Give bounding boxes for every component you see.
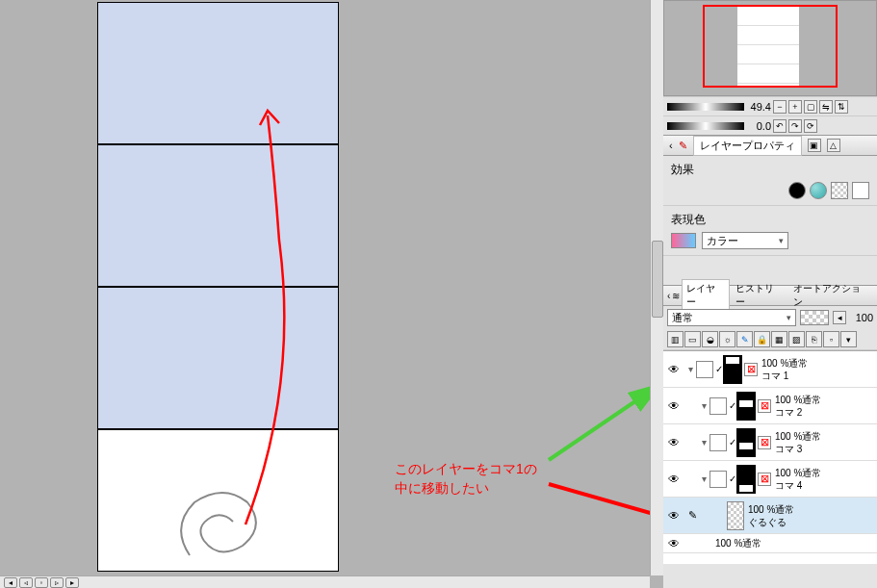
visibility-icon[interactable]: 👁 xyxy=(663,363,684,376)
mask-thumb xyxy=(736,465,756,494)
flip-v-icon[interactable]: ⇅ xyxy=(835,100,848,114)
history-tab[interactable]: ヒストリー xyxy=(732,280,787,311)
nav-center-icon[interactable]: ◦ xyxy=(35,577,48,588)
clip-disable-icon[interactable]: ⊠ xyxy=(758,473,771,486)
annotation-text: このレイヤーをコマ1の 中に移動したい xyxy=(395,460,537,498)
visibility-icon[interactable]: 👁 xyxy=(663,473,684,486)
layer-list[interactable]: 👁 ▾ ✓ ⊠ 100 %通常 コマ 1 👁 ▾ ✓ ⊠ 100 %通常 コマ … xyxy=(663,350,877,564)
effect-section: 効果 xyxy=(663,156,877,206)
zoom-slider[interactable] xyxy=(667,103,744,111)
frame-4[interactable] xyxy=(97,429,339,572)
trash-icon[interactable]: ▫ xyxy=(823,331,839,347)
clip-disable-icon[interactable]: ⊠ xyxy=(758,436,771,449)
lock-icon[interactable]: 🔒 xyxy=(754,331,770,347)
clip-icon[interactable]: ◒ xyxy=(702,331,718,347)
new-folder-icon[interactable]: ▭ xyxy=(684,331,701,347)
layer-property-icon-2[interactable]: △ xyxy=(827,139,840,152)
navigator-panel[interactable] xyxy=(663,0,877,96)
zoom-value: 49.4 xyxy=(746,101,771,113)
layer-row-koma2[interactable]: 👁 ▾ ✓ ⊠ 100 %通常 コマ 2 xyxy=(663,388,877,424)
visibility-icon[interactable]: 👁 xyxy=(663,509,684,523)
nav-prev-icon[interactable]: ◃ xyxy=(19,577,33,588)
fold-icon[interactable]: ▾ xyxy=(698,400,709,411)
layer-tab[interactable]: レイヤー xyxy=(682,279,730,312)
layer-row-guruguru[interactable]: 👁 ✎ 100 %通常 ぐるぐる xyxy=(663,498,877,534)
layer-property-tab[interactable]: レイヤープロパティ xyxy=(693,136,802,156)
link-icon[interactable]: ⎘ xyxy=(806,331,822,347)
fit-icon[interactable]: ▢ xyxy=(804,100,817,114)
visibility-icon[interactable]: 👁 xyxy=(663,399,684,413)
mask-icon[interactable]: ▦ xyxy=(771,331,787,347)
opacity-checker-icon xyxy=(800,310,829,325)
canvas-area[interactable]: このレイヤーをコマ1の 中に移動したい xyxy=(0,0,650,575)
mask-thumb xyxy=(736,392,756,421)
annotation-line2: 中に移動したい xyxy=(395,479,537,499)
layer-row-extra[interactable]: 👁 100 %通常 xyxy=(663,534,877,553)
layer-property-collapse-icon[interactable]: ‹ xyxy=(669,140,673,151)
effect-layer-color-icon[interactable] xyxy=(852,182,869,199)
layer-property-icon-1[interactable]: ▣ xyxy=(808,139,821,152)
opacity-slider-icon[interactable]: ◂ xyxy=(833,311,846,324)
color-expression-label: 表現色 xyxy=(671,212,869,228)
frame-3[interactable] xyxy=(97,287,339,429)
mask-thumb xyxy=(723,355,742,384)
nav-next-icon[interactable]: ▹ xyxy=(50,577,64,588)
frame-2[interactable] xyxy=(97,144,339,287)
layer-property-header: ‹ ✎ レイヤープロパティ ▣ △ xyxy=(663,135,877,156)
opacity-value: 100 xyxy=(850,312,873,323)
layer-tool-row: ▥ ▭ ◒ ☼ ✎ 🔒 ▦ ▨ ⎘ ▫ ▾ xyxy=(663,329,877,350)
mask-thumb xyxy=(736,428,756,457)
fold-icon[interactable]: ▾ xyxy=(684,364,696,374)
pen-icon[interactable]: ✎ xyxy=(736,331,753,347)
effect-label: 効果 xyxy=(671,162,869,178)
rotation-slider[interactable] xyxy=(667,122,744,130)
more-icon[interactable]: ▾ xyxy=(840,331,857,347)
color-expression-section: 表現色 カラー xyxy=(663,206,877,256)
clip-disable-icon[interactable]: ⊠ xyxy=(758,399,771,413)
zoom-in-icon[interactable]: + xyxy=(788,100,802,114)
layer-panel-header: ‹ ≋ レイヤー ヒストリー オートアクション xyxy=(663,285,877,306)
effect-checker-icon[interactable] xyxy=(831,182,848,199)
navigator-view-rect[interactable] xyxy=(703,5,838,88)
layer-thumb xyxy=(727,501,744,530)
layer-row-koma1[interactable]: 👁 ▾ ✓ ⊠ 100 %通常 コマ 1 xyxy=(663,351,877,388)
new-layer-icon[interactable]: ▥ xyxy=(667,331,684,347)
nav-first-icon[interactable]: ◂ xyxy=(4,577,17,588)
flip-h-icon[interactable]: ⇋ xyxy=(819,100,833,114)
ruler-icon[interactable]: ▨ xyxy=(788,331,805,347)
color-mode-dropdown[interactable]: カラー xyxy=(702,232,788,249)
effect-border-icon[interactable] xyxy=(788,182,806,199)
layer-panel-collapse-icon[interactable]: ‹ xyxy=(667,291,670,301)
autoaction-tab[interactable]: オートアクション xyxy=(789,280,873,311)
canvas-vertical-scrollbar[interactable] xyxy=(650,0,663,575)
nav-last-icon[interactable]: ▸ xyxy=(65,577,79,588)
fold-icon[interactable]: ▾ xyxy=(698,473,709,484)
reference-icon[interactable]: ☼ xyxy=(719,331,735,347)
reset-rotation-icon[interactable]: ⟳ xyxy=(804,119,817,133)
rotation-value: 0.0 xyxy=(746,120,771,132)
layer-row-koma3[interactable]: 👁 ▾ ✓ ⊠ 100 %通常 コマ 3 xyxy=(663,424,877,461)
visibility-icon[interactable]: 👁 xyxy=(663,436,684,449)
comic-frames xyxy=(97,2,339,572)
scrollbar-thumb[interactable] xyxy=(652,241,663,318)
rotate-cw-icon[interactable]: ↷ xyxy=(788,119,802,133)
folder-icon xyxy=(709,397,727,415)
effect-tone-icon[interactable] xyxy=(810,182,827,199)
folder-icon xyxy=(709,471,727,488)
rotate-ccw-icon[interactable]: ↶ xyxy=(773,119,787,133)
visibility-icon[interactable]: 👁 xyxy=(663,537,684,550)
canvas-bottom-bar: ◂ ◃ ◦ ▹ ▸ xyxy=(0,575,650,588)
folder-icon xyxy=(709,434,727,451)
svg-line-1 xyxy=(549,385,659,460)
frame-1[interactable] xyxy=(97,2,339,144)
zoom-row: 49.4 − + ▢ ⇋ ⇅ xyxy=(663,96,877,115)
blend-mode-dropdown[interactable]: 通常 xyxy=(667,309,796,326)
zoom-out-icon[interactable]: − xyxy=(773,100,787,114)
side-panel: 49.4 − + ▢ ⇋ ⇅ 0.0 ↶ ↷ ⟳ ‹ ✎ レイヤープロパティ ▣… xyxy=(663,0,877,588)
layer-row-koma4[interactable]: 👁 ▾ ✓ ⊠ 100 %通常 コマ 4 xyxy=(663,461,877,498)
fold-icon[interactable]: ▾ xyxy=(698,437,709,447)
color-swatch-icon xyxy=(671,233,696,248)
clip-disable-icon[interactable]: ⊠ xyxy=(744,363,758,376)
spiral-drawing xyxy=(98,430,340,573)
active-pen-icon: ✎ xyxy=(684,509,700,522)
